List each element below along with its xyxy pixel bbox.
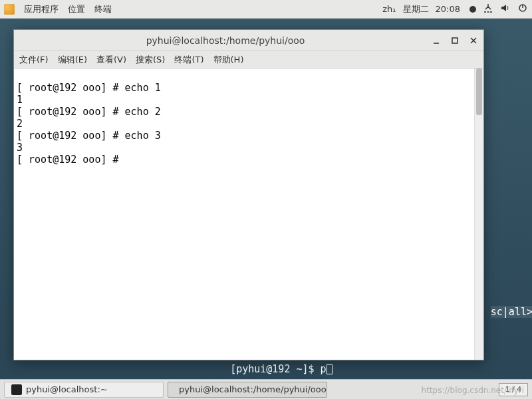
scrollbar-thumb[interactable] (476, 68, 482, 115)
menu-view[interactable]: 查看(V) (96, 54, 126, 66)
close-button[interactable] (469, 36, 478, 45)
terminal-window: pyhui@localhost:/home/pyhui/ooo 文件(F) 编辑… (13, 29, 484, 360)
titlebar[interactable]: pyhui@localhost:/home/pyhui/ooo (14, 30, 483, 51)
network-icon[interactable] (483, 3, 493, 15)
taskbar-item-2[interactable]: pyhui@localhost:/home/pyhui/ooo (168, 382, 327, 398)
terminal-line: [ root@192 ooo] # echo 1 (17, 82, 161, 94)
gnome-logo-icon (4, 4, 15, 15)
maximize-button[interactable] (450, 36, 460, 45)
menubar: 文件(F) 编辑(E) 查看(V) 搜索(S) 终端(T) 帮助(H) (14, 51, 483, 68)
taskbar-item-label: pyhui@localhost:/home/pyhui/ooo (179, 384, 327, 394)
taskbar-item-label: pyhui@localhost:~ (26, 384, 108, 394)
day-label: 星期二 (403, 3, 429, 15)
terminal-line: [ root@192 ooo] # echo 3 (17, 130, 161, 142)
record-indicator-icon (469, 6, 476, 13)
volume-icon[interactable] (500, 3, 511, 15)
terminal-line: 2 (17, 118, 23, 130)
menu-file[interactable]: 文件(F) (19, 54, 49, 66)
scrollbar[interactable] (474, 68, 483, 360)
power-icon[interactable] (517, 3, 528, 15)
terminal-icon (11, 384, 22, 395)
taskbar-item-1[interactable]: pyhui@localhost:~ (4, 382, 164, 398)
terminal-line: 1 (17, 94, 23, 106)
terminal-content[interactable]: [ root@192 ooo] # echo 1 1 [ root@192 oo… (14, 68, 483, 360)
svg-rect-1 (452, 38, 458, 43)
clock[interactable]: 20:08 (436, 4, 460, 14)
input-method-indicator[interactable]: zh₁ (382, 4, 396, 14)
bg-cursor-icon (327, 364, 332, 374)
applications-menu[interactable]: 应用程序 (24, 3, 59, 15)
menu-terminal[interactable]: 终端(T) (174, 54, 203, 66)
window-title: pyhui@localhost:/home/pyhui/ooo (19, 35, 432, 46)
terminal-menu[interactable]: 终端 (94, 3, 112, 15)
menu-help[interactable]: 帮助(H) (213, 54, 244, 66)
places-menu[interactable]: 位置 (68, 3, 85, 15)
menu-edit[interactable]: 编辑(E) (58, 54, 87, 66)
menu-search[interactable]: 搜索(S) (136, 54, 165, 66)
watermark: https://blog.csdn.net/lifyri (422, 386, 524, 395)
terminal-line: [ root@192 ooo] # echo 2 (17, 106, 161, 118)
terminal-line: 3 (17, 142, 23, 154)
minimize-button[interactable] (432, 36, 441, 45)
background-terminal-fragment: sc|all> (491, 306, 532, 318)
terminal-line: [ root@192 ooo] # (17, 154, 125, 166)
top-panel: 应用程序 位置 终端 zh₁ 星期二 20:08 (0, 0, 532, 19)
system-tray: zh₁ 星期二 20:08 (382, 3, 528, 15)
